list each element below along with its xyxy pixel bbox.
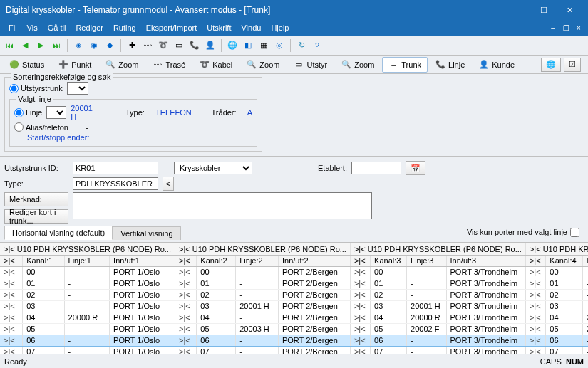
cell[interactable]: - — [236, 266, 279, 278]
cell[interactable]: >|< — [525, 278, 545, 289]
cell[interactable]: - — [582, 346, 588, 354]
menu-eksport/import[interactable]: Eksport/Import — [142, 22, 202, 33]
cell[interactable]: 00 — [546, 266, 582, 278]
cell[interactable]: 06 — [197, 335, 236, 346]
utstyrstrunk-select[interactable] — [67, 82, 88, 95]
menu-fil[interactable]: Fil — [4, 22, 21, 33]
cell[interactable]: - — [407, 289, 446, 300]
cell[interactable]: - — [582, 289, 588, 300]
horisontal-tab[interactable]: Horisontal visning (default) — [4, 226, 113, 240]
navtab-punkt[interactable]: ➕Punkt — [52, 57, 98, 73]
cell[interactable]: 04 — [546, 312, 582, 323]
cell[interactable]: 06 — [546, 335, 582, 346]
prev-icon[interactable]: ◀ — [19, 39, 31, 52]
close-button[interactable]: ✕ — [557, 0, 582, 20]
navtab-trasé[interactable]: 〰Trasé — [146, 57, 192, 73]
cell[interactable]: >|< — [350, 266, 370, 278]
col-header[interactable]: Inn/ut:2 — [278, 255, 350, 266]
cell[interactable]: - — [64, 289, 110, 300]
cell[interactable]: 00 — [197, 266, 236, 278]
cell[interactable]: - — [407, 335, 446, 346]
cell[interactable]: PORT 1/Oslo — [110, 300, 175, 312]
cell[interactable]: PORT 3/Trondheim — [446, 323, 525, 335]
cell[interactable]: PORT 2/Bergen — [278, 278, 350, 289]
group-header[interactable]: >|< U10 PDH KRYSSKOBLER (P6 NODE) Ro... — [0, 243, 175, 255]
cell[interactable]: 20003 H — [236, 323, 279, 335]
cell[interactable]: 20002 F — [407, 323, 446, 335]
grid-icon[interactable]: ▦ — [257, 39, 270, 52]
cell[interactable]: PORT 1/Oslo — [110, 289, 175, 300]
col-header[interactable]: >|< — [350, 255, 370, 266]
cell[interactable]: >|< — [525, 323, 545, 335]
table-row[interactable]: >|<01-PORT 1/Oslo>|<01-PORT 2/Bergen>|<0… — [0, 278, 588, 289]
cell[interactable]: 01 — [23, 278, 64, 289]
merknad-textarea[interactable] — [73, 192, 372, 219]
cell[interactable]: >|< — [175, 266, 196, 278]
nav2-icon[interactable]: ◉ — [88, 39, 100, 52]
cell[interactable]: - — [407, 266, 446, 278]
utstyrstrunk-id-input[interactable] — [73, 162, 158, 174]
cell[interactable]: - — [407, 346, 446, 354]
col-header[interactable]: >|< — [175, 255, 196, 266]
menu-gå til[interactable]: Gå til — [43, 22, 71, 33]
cell[interactable]: PORT 3/Trondheim — [446, 335, 525, 346]
cell[interactable]: PORT 1/Oslo — [110, 278, 175, 289]
cell[interactable]: PORT 1/Oslo — [110, 312, 175, 323]
cell[interactable]: 02 — [23, 289, 64, 300]
cell[interactable]: - — [236, 312, 279, 323]
cell[interactable]: 07 — [23, 346, 64, 354]
cell[interactable]: >|< — [175, 278, 196, 289]
cell[interactable]: PORT 2/Bergen — [278, 289, 350, 300]
cell[interactable]: 02 — [371, 289, 407, 300]
col-header[interactable]: Linje:3 — [407, 255, 446, 266]
cell[interactable]: 02 — [197, 289, 236, 300]
col-header[interactable]: Kanal:2 — [197, 255, 236, 266]
cell[interactable]: >|< — [350, 346, 370, 354]
cell[interactable]: PORT 3/Trondheim — [446, 300, 525, 312]
cell[interactable]: 20002 F — [582, 323, 588, 335]
menu-vindu[interactable]: Vindu — [237, 22, 265, 33]
col-header[interactable]: Linje:1 — [64, 255, 110, 266]
navtab-zoom[interactable]: 🔍Zoom — [240, 57, 286, 73]
cell[interactable]: PORT 3/Trondheim — [446, 278, 525, 289]
cell[interactable]: 05 — [197, 323, 236, 335]
table-row[interactable]: >|<00-PORT 1/Oslo>|<00-PORT 2/Bergen>|<0… — [0, 266, 588, 278]
cell[interactable]: PORT 2/Bergen — [278, 323, 350, 335]
cell[interactable]: >|< — [175, 323, 196, 335]
cell[interactable]: >|< — [525, 289, 545, 300]
cell[interactable]: PORT 2/Bergen — [278, 266, 350, 278]
cell[interactable]: - — [582, 266, 588, 278]
cell[interactable]: 20000 R — [582, 312, 588, 323]
linje-value[interactable]: 20001 H — [71, 104, 94, 121]
cell[interactable]: >|< — [350, 323, 370, 335]
cell[interactable]: PORT 1/Oslo — [110, 335, 175, 346]
equip-tool-icon[interactable]: ▭ — [172, 39, 185, 52]
cell[interactable]: 04 — [371, 312, 407, 323]
group-header[interactable]: >|< U10 PDH KRYSSKOBLER (P6 NODE) Ro... — [175, 243, 350, 255]
cell[interactable]: >|< — [0, 289, 23, 300]
cell[interactable]: 05 — [546, 323, 582, 335]
merknad-button[interactable]: Merknad: — [4, 192, 68, 206]
vis-kun-checkbox[interactable] — [570, 228, 579, 237]
first-icon[interactable]: ⏮ — [3, 39, 16, 52]
group-header[interactable]: >|< U10 PDH KRYSSKOBLER (P6 NODE) Ro... — [525, 243, 588, 255]
cell[interactable]: 06 — [371, 335, 407, 346]
layers-icon[interactable]: ◧ — [242, 39, 254, 52]
cell[interactable]: 01 — [546, 278, 582, 289]
linje-radio[interactable] — [14, 108, 24, 117]
cell[interactable]: 00 — [371, 266, 407, 278]
cell[interactable]: - — [236, 278, 279, 289]
cell[interactable]: 05 — [23, 323, 64, 335]
table-row[interactable]: >|<0420000 RPORT 1/Oslo>|<04-PORT 2/Berg… — [0, 312, 588, 323]
cell[interactable]: - — [64, 300, 110, 312]
cell[interactable]: 03 — [546, 300, 582, 312]
col-header[interactable]: >|< — [0, 255, 23, 266]
cell[interactable]: >|< — [175, 312, 196, 323]
rediger-button[interactable]: Rediger kort i trunk... — [4, 209, 68, 224]
last-icon[interactable]: ⏭ — [50, 39, 63, 52]
navtab-trunk[interactable]: –Trunk — [382, 57, 428, 73]
vertikal-tab[interactable]: Vertikal visning — [113, 226, 180, 240]
menu-rediger[interactable]: Rediger — [71, 22, 108, 33]
cell[interactable]: >|< — [525, 300, 545, 312]
cell[interactable]: >|< — [0, 312, 23, 323]
